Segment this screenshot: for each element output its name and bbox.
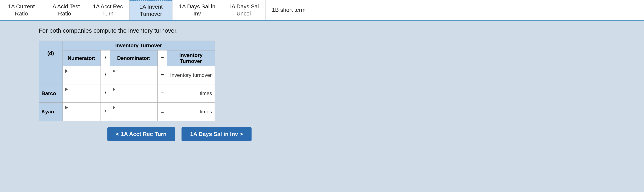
section-label-cell: (d) bbox=[39, 40, 63, 66]
tab-invent-turnover[interactable]: 1A Invent Turnover bbox=[130, 0, 172, 20]
denominator-input-cell-1[interactable] bbox=[110, 66, 158, 84]
denominator-input-barco[interactable] bbox=[113, 92, 155, 101]
inventory-turnover-table: (d) Inventory Turnover Numerator: / Deno… bbox=[39, 40, 215, 121]
numerator-input-cell-barco[interactable] bbox=[62, 84, 100, 102]
result-cell-kyan: times bbox=[167, 102, 214, 121]
equals-cell-barco: = bbox=[158, 84, 167, 102]
equals-header: = bbox=[158, 50, 167, 66]
slash-cell-barco: / bbox=[100, 84, 110, 102]
numerator-input-cell-kyan[interactable] bbox=[62, 102, 100, 121]
numerator-header: Numerator: bbox=[62, 50, 100, 66]
next-button[interactable]: 1A Days Sal in Inv > bbox=[182, 127, 251, 141]
table-row: Barco / = times bbox=[39, 84, 215, 102]
equals-cell-kyan: = bbox=[158, 102, 167, 121]
company-cell-kyan: Kyan bbox=[39, 102, 63, 121]
tab-short-term[interactable]: 1B short term bbox=[266, 0, 312, 20]
result-cell-1: Inventory turnover bbox=[167, 66, 214, 84]
numerator-input-cell-1[interactable] bbox=[62, 66, 100, 84]
table-header-row: (d) Inventory Turnover bbox=[39, 40, 215, 50]
company-cell-barco: Barco bbox=[39, 84, 63, 102]
prev-button[interactable]: < 1A Acct Rec Turn bbox=[108, 127, 175, 141]
main-container: 1A Current Ratio 1A Acid Test Ratio 1A A… bbox=[0, 0, 644, 192]
content-area: For both companies compute the inventory… bbox=[0, 21, 644, 192]
tab-days-sal-uncol[interactable]: 1A Days Sal Uncol bbox=[222, 0, 266, 20]
table-title-cell: Inventory Turnover bbox=[62, 40, 214, 50]
tab-current-ratio[interactable]: 1A Current Ratio bbox=[0, 0, 43, 20]
tab-bar: 1A Current Ratio 1A Acid Test Ratio 1A A… bbox=[0, 0, 644, 21]
equals-cell-1: = bbox=[158, 66, 167, 84]
arrow-icon-denom-1 bbox=[113, 69, 115, 73]
prev-button-label: < 1A Acct Rec Turn bbox=[116, 131, 166, 138]
slash-cell-1: / bbox=[100, 66, 110, 84]
arrow-icon-kyan-denom bbox=[113, 106, 115, 109]
arrow-icon-barco-denom bbox=[113, 88, 115, 91]
numerator-input-barco[interactable] bbox=[65, 92, 98, 101]
tab-acid-test[interactable]: 1A Acid Test Ratio bbox=[43, 0, 86, 20]
slash-header: / bbox=[100, 50, 110, 66]
slash-cell-kyan: / bbox=[100, 102, 110, 121]
result-cell-barco: times bbox=[167, 84, 214, 102]
next-button-label: 1A Days Sal in Inv > bbox=[190, 131, 243, 138]
numerator-input-kyan[interactable] bbox=[65, 110, 98, 119]
table-row: / = Inventory turnover bbox=[39, 66, 215, 84]
table-row: Kyan / = times bbox=[39, 102, 215, 121]
company-cell-1 bbox=[39, 66, 63, 84]
result-header: Inventory Turnover bbox=[167, 50, 214, 66]
instruction-text: For both companies compute the inventory… bbox=[39, 27, 605, 34]
denominator-header: Denominator: bbox=[110, 50, 158, 66]
tab-acct-rec-turn[interactable]: 1A Acct Rec Turn bbox=[86, 0, 130, 20]
column-header-row: Numerator: / Denominator: = Inventory Tu… bbox=[39, 50, 215, 66]
arrow-icon-1 bbox=[65, 69, 68, 73]
denominator-input-cell-kyan[interactable] bbox=[110, 102, 158, 121]
denominator-input-1[interactable] bbox=[113, 74, 155, 82]
numerator-input-1[interactable] bbox=[65, 74, 98, 82]
nav-buttons: < 1A Acct Rec Turn 1A Days Sal in Inv > bbox=[108, 127, 605, 141]
arrow-icon-kyan-num bbox=[65, 106, 68, 109]
denominator-input-cell-barco[interactable] bbox=[110, 84, 158, 102]
arrow-icon-barco-num bbox=[65, 88, 68, 91]
tab-days-sal-inv[interactable]: 1A Days Sal in Inv bbox=[172, 0, 222, 20]
denominator-input-kyan[interactable] bbox=[113, 110, 155, 119]
